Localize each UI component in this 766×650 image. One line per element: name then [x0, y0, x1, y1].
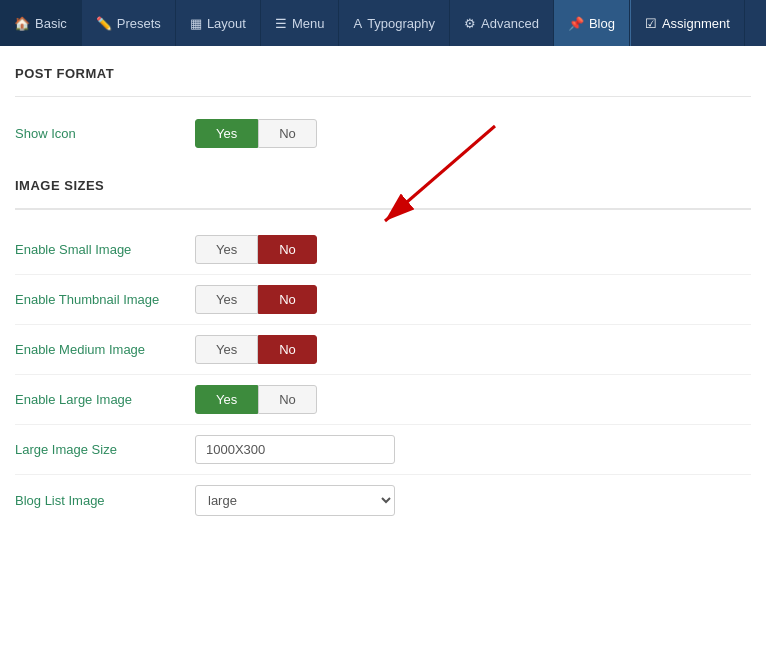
enable-large-label: Enable Large Image [15, 392, 195, 407]
nav-tabs: 🏠 Basic ✏️ Presets ▦ Layout ☰ Menu A Typ… [0, 0, 766, 46]
enable-small-yes-button[interactable]: Yes [195, 235, 258, 264]
typography-icon: A [353, 16, 362, 31]
tab-typography[interactable]: A Typography [339, 0, 450, 46]
enable-medium-label: Enable Medium Image [15, 342, 195, 357]
enable-thumbnail-label: Enable Thumbnail Image [15, 292, 195, 307]
image-sizes-section: IMAGE SIZES Enable Small Image Yes No En… [15, 178, 751, 526]
enable-medium-no-button[interactable]: No [258, 335, 317, 364]
section-divider [15, 96, 751, 97]
enable-thumbnail-toggle: Yes No [195, 285, 317, 314]
show-icon-toggle: Yes No [195, 119, 317, 148]
large-image-size-input[interactable] [195, 435, 395, 464]
tab-advanced[interactable]: ⚙ Advanced [450, 0, 554, 46]
blog-list-image-label: Blog List Image [15, 493, 195, 508]
large-image-size-row: Large Image Size [15, 425, 751, 475]
enable-large-yes-button[interactable]: Yes [195, 385, 258, 414]
show-icon-row: Show Icon Yes No [15, 109, 751, 158]
enable-small-toggle: Yes No [195, 235, 317, 264]
enable-small-label: Enable Small Image [15, 242, 195, 257]
enable-large-row: Enable Large Image Yes No [15, 375, 751, 425]
enable-medium-toggle: Yes No [195, 335, 317, 364]
menu-icon: ☰ [275, 16, 287, 31]
pencil-icon: ✏️ [96, 16, 112, 31]
image-sizes-title: IMAGE SIZES [15, 178, 751, 193]
gear-icon: ⚙ [464, 16, 476, 31]
enable-large-no-button[interactable]: No [258, 385, 317, 414]
main-content: POST FORMAT Show Icon Yes No IMAGE SIZES [0, 46, 766, 556]
enable-thumbnail-no-button[interactable]: No [258, 285, 317, 314]
tab-layout[interactable]: ▦ Layout [176, 0, 261, 46]
grid-icon: ▦ [190, 16, 202, 31]
image-sizes-divider [15, 208, 751, 210]
show-icon-label: Show Icon [15, 126, 195, 141]
home-icon: 🏠 [14, 16, 30, 31]
show-icon-yes-button[interactable]: Yes [195, 119, 258, 148]
tab-menu[interactable]: ☰ Menu [261, 0, 340, 46]
blog-list-image-row: Blog List Image large medium small thumb… [15, 475, 751, 526]
tab-presets[interactable]: ✏️ Presets [82, 0, 176, 46]
check-icon: ☑ [645, 16, 657, 31]
enable-small-row: Enable Small Image Yes No [15, 225, 751, 275]
enable-small-no-button[interactable]: No [258, 235, 317, 264]
enable-thumbnail-yes-button[interactable]: Yes [195, 285, 258, 314]
enable-medium-row: Enable Medium Image Yes No [15, 325, 751, 375]
enable-thumbnail-row: Enable Thumbnail Image Yes No [15, 275, 751, 325]
tab-assignment[interactable]: ☑ Assignment [630, 0, 745, 46]
large-image-size-label: Large Image Size [15, 442, 195, 457]
tab-basic[interactable]: 🏠 Basic [0, 0, 82, 46]
post-format-title: POST FORMAT [15, 66, 751, 81]
enable-medium-yes-button[interactable]: Yes [195, 335, 258, 364]
blog-list-image-select[interactable]: large medium small thumbnail [195, 485, 395, 516]
enable-large-toggle: Yes No [195, 385, 317, 414]
post-format-section: POST FORMAT Show Icon Yes No [15, 66, 751, 158]
show-icon-no-button[interactable]: No [258, 119, 317, 148]
tab-blog[interactable]: 📌 Blog [554, 0, 630, 46]
pin-icon: 📌 [568, 16, 584, 31]
